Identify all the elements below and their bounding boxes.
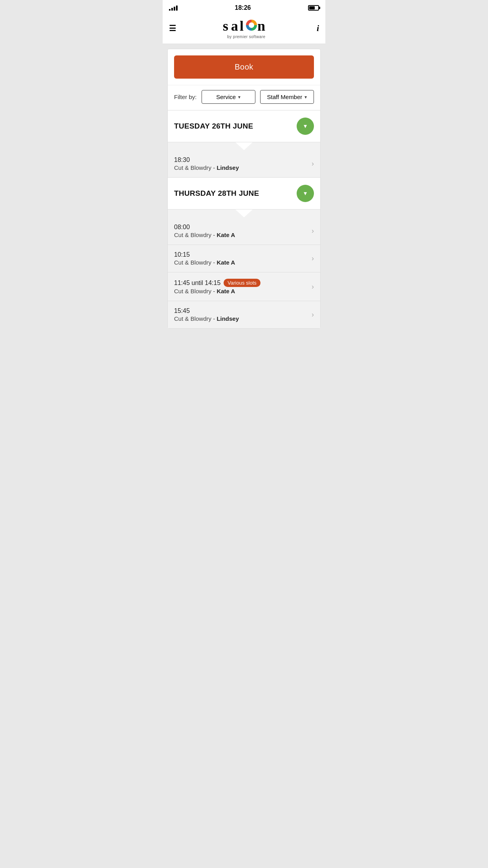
chevron-right-icon: › xyxy=(312,311,314,319)
chevron-right-icon: › xyxy=(312,254,314,263)
chevron-down-icon: ▾ xyxy=(304,123,307,129)
chevron-right-icon: › xyxy=(312,160,314,168)
list-item[interactable]: 10:15 Cut & Blowdry - Kate A › xyxy=(168,245,320,272)
service-dropdown[interactable]: Service ▾ xyxy=(202,90,255,104)
various-slots-badge: Various slots xyxy=(224,279,260,287)
battery-fill xyxy=(309,6,315,9)
list-item[interactable]: 18:30 Cut & Blowdry - Lindsey › xyxy=(168,150,320,177)
day-header-tuesday: TUESDAY 26TH JUNE ▾ xyxy=(168,110,320,142)
slot-time-text: 08:00 xyxy=(174,224,190,231)
slot-service-name: Cut & Blowdry - xyxy=(174,259,216,266)
status-time: 18:26 xyxy=(235,4,251,11)
slot-service-name: Cut & Blowdry - xyxy=(174,164,216,171)
slot-staff: Lindsey xyxy=(216,164,239,171)
filter-section: Filter by: Service ▾ Staff Member ▾ xyxy=(168,85,320,110)
day-toggle-thursday[interactable]: ▾ xyxy=(297,185,314,202)
staff-dropdown-label: Staff Member xyxy=(267,94,303,100)
slot-time: 18:30 xyxy=(174,156,239,164)
svg-text:s: s xyxy=(223,18,228,34)
triangle-tuesday xyxy=(235,142,253,150)
list-item[interactable]: 15:45 Cut & Blowdry - Lindsey › xyxy=(168,301,320,328)
book-section: Book xyxy=(168,49,320,85)
svg-text:l: l xyxy=(240,18,244,34)
slot-service: Cut & Blowdry - Kate A xyxy=(174,232,235,238)
slot-info: 10:15 Cut & Blowdry - Kate A xyxy=(174,251,235,266)
slot-time: 11:45 until 14:15 Various slots xyxy=(174,279,261,287)
chevron-right-icon: › xyxy=(312,283,314,291)
slots-thursday: 08:00 Cut & Blowdry - Kate A › 10:15 xyxy=(168,217,320,328)
slot-service: Cut & Blowdry - Lindsey xyxy=(174,164,239,171)
slot-service: Cut & Blowdry - Lindsey xyxy=(174,315,239,322)
slot-time: 15:45 xyxy=(174,307,239,314)
chevron-right-icon: › xyxy=(312,227,314,235)
day-toggle-tuesday[interactable]: ▾ xyxy=(297,118,314,135)
slots-tuesday: 18:30 Cut & Blowdry - Lindsey › xyxy=(168,150,320,177)
nav-bar: ☰ s a l n by premier software i xyxy=(163,14,325,44)
day-header-thursday: THURSDAY 28TH JUNE ▾ xyxy=(168,178,320,209)
chevron-down-icon: ▾ xyxy=(304,190,307,197)
status-bar: 18:26 xyxy=(163,0,325,14)
book-button[interactable]: Book xyxy=(174,55,314,79)
triangle-thursday xyxy=(235,210,253,217)
filter-label: Filter by: xyxy=(174,94,197,100)
signal-indicator xyxy=(169,6,178,11)
slot-info: 15:45 Cut & Blowdry - Lindsey xyxy=(174,307,239,322)
slot-staff: Kate A xyxy=(216,288,235,294)
slot-info: 18:30 Cut & Blowdry - Lindsey xyxy=(174,156,239,171)
slot-staff: Kate A xyxy=(216,232,235,238)
signal-bar-4 xyxy=(176,6,178,11)
day-title-thursday: THURSDAY 28TH JUNE xyxy=(174,189,259,198)
day-title-tuesday: TUESDAY 26TH JUNE xyxy=(174,122,253,131)
menu-icon[interactable]: ☰ xyxy=(169,24,176,32)
service-dropdown-arrow: ▾ xyxy=(238,94,240,100)
slot-time-text: 10:15 xyxy=(174,251,190,258)
slot-time: 08:00 xyxy=(174,224,235,231)
slot-time-text: 15:45 xyxy=(174,307,190,314)
list-item[interactable]: 11:45 until 14:15 Various slots Cut & Bl… xyxy=(168,272,320,301)
battery-body xyxy=(308,5,319,11)
slot-info: 11:45 until 14:15 Various slots Cut & Bl… xyxy=(174,279,261,294)
salon-logo-svg: s a l n xyxy=(223,17,270,34)
signal-bar-2 xyxy=(171,8,173,11)
app-logo: s a l n by premier software xyxy=(223,17,270,39)
slot-service-name: Cut & Blowdry - xyxy=(174,288,216,294)
slot-time: 10:15 xyxy=(174,251,235,258)
slot-service-name: Cut & Blowdry - xyxy=(174,315,216,322)
staff-dropdown[interactable]: Staff Member ▾ xyxy=(260,90,314,104)
main-content: Book Filter by: Service ▾ Staff Member ▾… xyxy=(163,44,325,333)
signal-bar-1 xyxy=(169,9,171,11)
svg-text:n: n xyxy=(257,18,265,34)
slot-time-text: 11:45 until 14:15 xyxy=(174,280,220,287)
info-icon[interactable]: i xyxy=(317,23,319,33)
svg-text:a: a xyxy=(231,18,238,34)
slot-staff: Lindsey xyxy=(216,315,239,322)
signal-bar-3 xyxy=(174,7,175,11)
list-item[interactable]: 08:00 Cut & Blowdry - Kate A › xyxy=(168,217,320,245)
service-dropdown-label: Service xyxy=(216,94,236,100)
slot-service: Cut & Blowdry - Kate A xyxy=(174,288,261,294)
slot-service-name: Cut & Blowdry - xyxy=(174,232,216,238)
main-card: Book Filter by: Service ▾ Staff Member ▾… xyxy=(167,49,321,329)
day-section-tuesday: TUESDAY 26TH JUNE ▾ 18:30 xyxy=(168,110,320,177)
staff-dropdown-arrow: ▾ xyxy=(305,94,307,100)
slot-info: 08:00 Cut & Blowdry - Kate A xyxy=(174,224,235,238)
battery-indicator xyxy=(308,5,319,11)
svg-point-4 xyxy=(249,22,254,28)
slot-service: Cut & Blowdry - Kate A xyxy=(174,259,235,266)
slot-staff: Kate A xyxy=(216,259,235,266)
logo-subtitle: by premier software xyxy=(227,35,265,39)
day-section-thursday: THURSDAY 28TH JUNE ▾ 08:00 xyxy=(168,177,320,328)
slot-time-text: 18:30 xyxy=(174,156,190,164)
